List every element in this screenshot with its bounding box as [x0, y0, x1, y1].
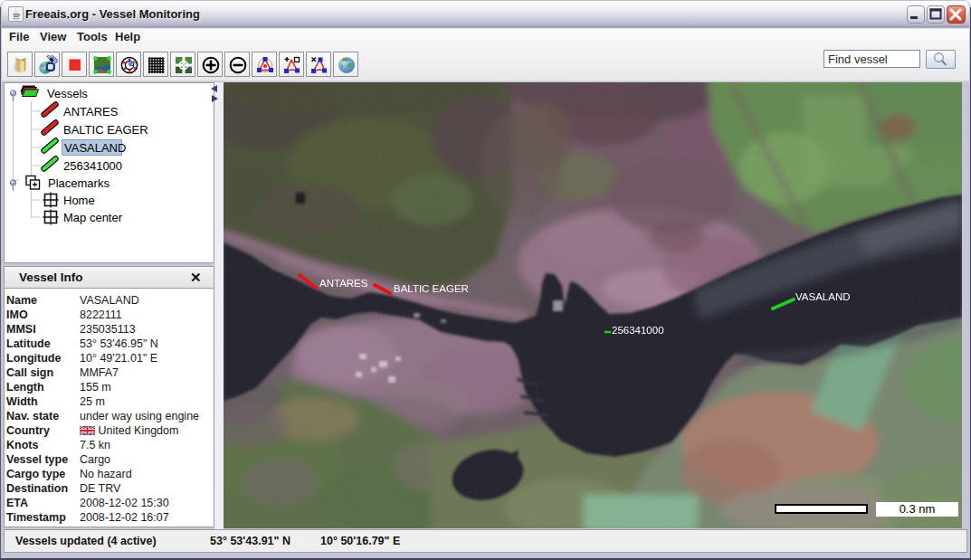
svg-text:BALTIC EAGER: BALTIC EAGER: [394, 283, 469, 294]
svg-text:VASALAND: VASALAND: [795, 291, 851, 302]
svg-text:ANTARES: ANTARES: [319, 278, 368, 289]
svg-text:256341000: 256341000: [612, 325, 664, 336]
